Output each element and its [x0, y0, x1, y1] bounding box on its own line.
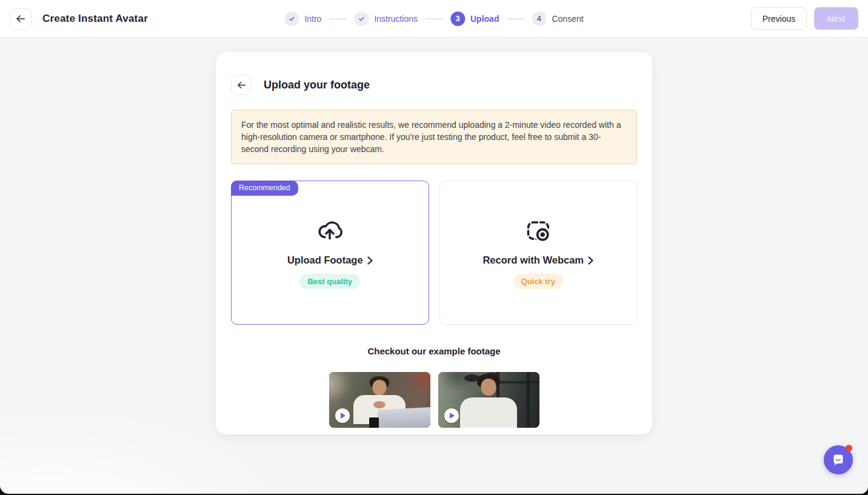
step-number: 3: [450, 12, 465, 26]
play-icon: [450, 413, 455, 419]
recommendation-notice: For the most optimal and realistic resul…: [231, 110, 637, 164]
chat-bubble-icon: [831, 453, 846, 467]
step-consent[interactable]: 4 Consent: [532, 12, 583, 26]
step-label: Upload: [470, 14, 499, 24]
step-connector: [425, 18, 443, 19]
examples-title: Checkout our example footage: [231, 346, 637, 356]
step-label: Instructions: [374, 14, 418, 24]
arrow-left-icon: [236, 80, 247, 90]
step-label: Intro: [304, 14, 321, 24]
card-header: Upload your footage: [231, 75, 637, 95]
recommended-badge: Recommended: [231, 181, 298, 196]
back-button[interactable]: [10, 8, 32, 30]
webcam-icon: [524, 216, 552, 244]
cloud-upload-icon: [316, 216, 344, 244]
video-still-person: [458, 372, 519, 428]
header-actions: Previous Next: [751, 7, 858, 30]
card-back-button[interactable]: [231, 75, 252, 95]
example-video-thumbnail[interactable]: [438, 372, 539, 428]
option-label-text: Record with Webcam: [482, 254, 584, 266]
option-label: Record with Webcam: [482, 254, 593, 266]
card-title: Upload your footage: [264, 79, 370, 91]
play-button[interactable]: [335, 408, 350, 423]
wizard-header: Create Instant Avatar Intro Instructions…: [0, 0, 868, 38]
step-label: Consent: [552, 14, 583, 24]
option-label: Upload Footage: [287, 254, 373, 266]
stepper: Intro Instructions 3 Upload 4 Consent: [284, 12, 583, 26]
upload-card: Upload your footage For the most optimal…: [216, 52, 652, 434]
notification-dot: [846, 445, 852, 451]
app-window: Create Instant Avatar Intro Instructions…: [0, 0, 868, 494]
next-button[interactable]: Next: [814, 7, 858, 30]
upload-options: Recommended Upload Footage Best quality: [231, 181, 637, 325]
chevron-right-icon: [588, 256, 593, 265]
previous-button[interactable]: Previous: [751, 7, 807, 30]
step-connector: [329, 18, 347, 19]
upload-footage-option[interactable]: Recommended Upload Footage Best quality: [231, 181, 429, 325]
play-button[interactable]: [444, 408, 459, 423]
video-duration-row: 1.00 1.00: [231, 428, 637, 434]
quick-try-tag: Quick try: [513, 274, 563, 289]
step-number: 4: [532, 12, 546, 26]
best-quality-tag: Best quality: [299, 274, 360, 289]
play-icon: [341, 413, 346, 419]
video-still-laptop: [376, 407, 430, 428]
step-check-icon: [284, 12, 299, 26]
chat-launcher-button[interactable]: [824, 445, 853, 474]
video-still-mug: [369, 417, 379, 428]
step-connector: [506, 18, 524, 19]
record-webcam-option[interactable]: Record with Webcam Quick try: [439, 181, 638, 325]
chevron-right-icon: [367, 256, 373, 265]
page-title: Create Instant Avatar: [42, 13, 148, 25]
step-instructions[interactable]: Instructions: [354, 12, 418, 26]
step-upload[interactable]: 3 Upload: [450, 12, 499, 26]
example-videos: [231, 372, 637, 428]
option-label-text: Upload Footage: [287, 254, 363, 266]
step-intro[interactable]: Intro: [284, 12, 321, 26]
step-check-icon: [354, 12, 369, 26]
arrow-left-icon: [15, 13, 26, 24]
example-video-thumbnail[interactable]: [329, 372, 430, 428]
